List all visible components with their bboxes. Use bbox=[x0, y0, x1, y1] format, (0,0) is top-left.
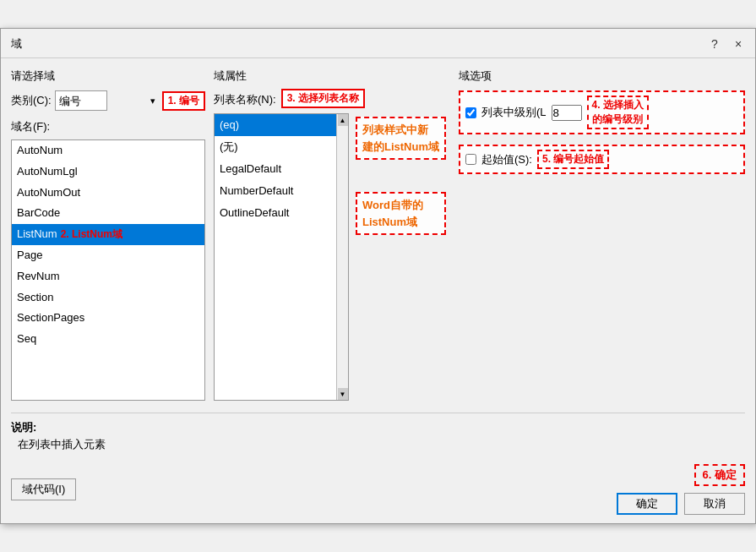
list-item[interactable]: BarCode bbox=[12, 203, 204, 224]
list-item-listnum[interactable]: ListNum 2. ListNum域 bbox=[12, 224, 204, 245]
list-item[interactable]: Section bbox=[12, 287, 204, 309]
list-item[interactable]: AutoNumOut bbox=[12, 183, 204, 204]
list-level-label[interactable]: 列表中级别(L bbox=[481, 105, 547, 120]
ok-button[interactable]: 确定 bbox=[617, 493, 677, 515]
list-item[interactable]: AutoNumLgl bbox=[12, 161, 204, 183]
close-button[interactable]: × bbox=[728, 34, 748, 54]
field-props-title: 域属性 bbox=[214, 68, 450, 84]
description-area: 说明: 在列表中插入元素 bbox=[11, 413, 745, 452]
title-bar: 域 ? × bbox=[1, 29, 755, 58]
dialog-title: 域 bbox=[11, 36, 22, 52]
start-value-label[interactable]: 起始值(S): bbox=[481, 152, 532, 167]
annotation-6: 6. 确定 bbox=[694, 464, 745, 486]
category-row: 类别(C): 编号 （全部） 1. 编号 bbox=[11, 90, 205, 111]
annotation-4: 4. 选择插入的编号级别 bbox=[587, 96, 649, 129]
category-label: 类别(C): bbox=[11, 93, 52, 108]
list-name-item-number[interactable]: NumberDefault bbox=[215, 180, 348, 202]
dialog: 域 ? × 请选择域 类别(C): 编号 （全部） 1. 编号 bbox=[0, 28, 756, 524]
list-name-item-legal[interactable]: LegalDefault bbox=[215, 158, 348, 180]
list-item[interactable]: AutoNum bbox=[12, 140, 204, 161]
please-select-label: 请选择域 bbox=[11, 68, 205, 84]
list-name-item-outline[interactable]: OutlineDefault bbox=[215, 202, 348, 224]
category-select[interactable]: 编号 （全部） bbox=[55, 90, 107, 111]
list-level-input[interactable] bbox=[552, 105, 582, 121]
title-controls: ? × bbox=[704, 34, 748, 54]
annotation-5: 5. 编号起始值 bbox=[537, 150, 609, 169]
field-name-listbox[interactable]: AutoNum AutoNumLgl AutoNumOut BarCode Li… bbox=[11, 139, 205, 401]
footer-right: 6. 确定 确定 取消 bbox=[617, 464, 745, 515]
annotation-2: 2. ListNum域 bbox=[61, 227, 122, 243]
annotation-3: 3. 选择列表名称 bbox=[281, 89, 365, 108]
dialog-body: 请选择域 类别(C): 编号 （全部） 1. 编号 域名(F): AutoNum… bbox=[1, 58, 755, 523]
help-button[interactable]: ? bbox=[704, 34, 725, 54]
main-row: 请选择域 类别(C): 编号 （全部） 1. 编号 域名(F): AutoNum… bbox=[11, 68, 745, 401]
list-level-row: 列表中级别(L 4. 选择插入的编号级别 bbox=[459, 90, 745, 134]
list-name-listbox[interactable]: (eq) (无) LegalDefault NumberDefault Outl… bbox=[214, 113, 349, 401]
middle-panel: 域属性 列表名称(N): 3. 选择列表名称 (eq) (无) LegalDef… bbox=[214, 68, 450, 401]
field-code-button[interactable]: 域代码(I) bbox=[11, 478, 76, 500]
listnum-text: ListNum bbox=[17, 226, 57, 243]
list-item[interactable]: Seq bbox=[12, 329, 204, 350]
list-item[interactable]: Page bbox=[12, 245, 204, 266]
category-select-wrapper: 编号 （全部） bbox=[55, 90, 159, 111]
start-value-row: 起始值(S): 5. 编号起始值 bbox=[459, 145, 745, 174]
list-name-label: 列表名称(N): bbox=[214, 92, 276, 107]
list-item[interactable]: SectionPages bbox=[12, 308, 204, 329]
list-name-item-none[interactable]: (无) bbox=[215, 136, 348, 158]
description-title: 说明: bbox=[11, 421, 36, 434]
right-panel: 域选项 列表中级别(L 4. 选择插入的编号级别 起始值(S): 5. 编号起始… bbox=[459, 68, 745, 401]
list-name-item-eq[interactable]: (eq) bbox=[215, 114, 348, 136]
annotation-1: 1. 编号 bbox=[162, 91, 205, 111]
field-options-title: 域选项 bbox=[459, 68, 745, 84]
list-item[interactable]: RevNum bbox=[12, 266, 204, 287]
field-name-label: 域名(F): bbox=[11, 119, 205, 134]
annotation-new-listnum: 列表样式中新建的ListNum域 bbox=[356, 117, 446, 160]
ok-cancel-row: 确定 取消 bbox=[617, 493, 745, 515]
left-panel: 请选择域 类别(C): 编号 （全部） 1. 编号 域名(F): AutoNum… bbox=[11, 68, 205, 401]
cancel-button[interactable]: 取消 bbox=[684, 493, 745, 515]
description-text: 在列表中插入元素 bbox=[11, 437, 745, 452]
list-level-checkbox[interactable] bbox=[465, 107, 476, 118]
start-value-checkbox[interactable] bbox=[465, 154, 476, 165]
annotation-word-listnum: Word自带的ListNum域 bbox=[356, 192, 446, 235]
footer-row: 域代码(I) 6. 确定 确定 取消 bbox=[11, 464, 745, 515]
